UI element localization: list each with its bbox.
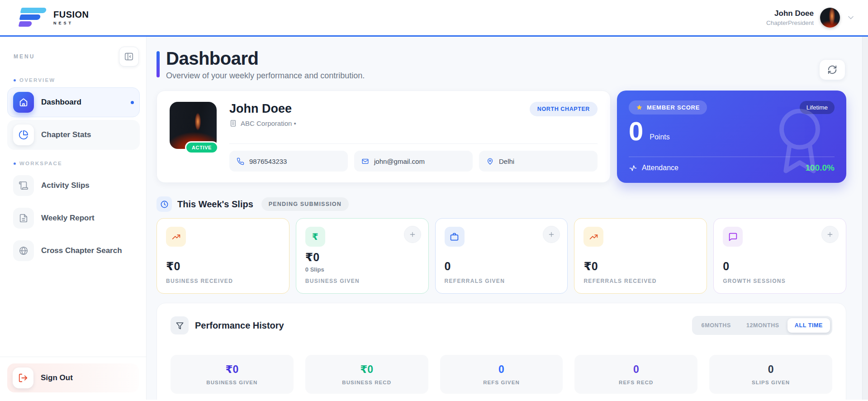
sidebar-item-label: Chapter Stats (41, 130, 91, 139)
title-accent-bar (157, 51, 160, 77)
slip-value: 0 (723, 260, 837, 273)
tab-12months[interactable]: 12MONTHS (739, 318, 787, 333)
divider (229, 143, 598, 144)
sidebar-collapse-button[interactable] (119, 47, 139, 67)
sidebar-item-activity-slips[interactable]: Activity Slips (7, 171, 140, 200)
brand-name: FUSION (53, 10, 89, 19)
stat-value: 0 (633, 363, 639, 376)
slip-value: 0 (445, 260, 559, 273)
scrollbar[interactable] (862, 37, 868, 400)
stat-slips-given: 0 SLIPS GIVEN (709, 355, 832, 394)
plus-icon (548, 231, 555, 238)
main-content: Dashboard Overview of your weekly perfor… (147, 37, 868, 400)
add-growth-session-button[interactable] (821, 226, 839, 243)
status-badge: ACTIVE (185, 141, 218, 154)
sidebar-footer: Sign Out (0, 357, 146, 400)
brand-logo: FUSION NEST (18, 7, 89, 29)
slip-value: ₹0 (166, 260, 280, 273)
sidebar: MENU OVERVIEW Dashboard (0, 37, 147, 400)
stat-value: ₹0 (226, 363, 239, 376)
slip-value: ₹0 (583, 260, 697, 273)
plus-icon (409, 231, 416, 238)
refresh-icon (827, 65, 837, 75)
stat-value: ₹0 (360, 363, 373, 376)
slip-label: GROWTH SESSIONS (723, 278, 837, 284)
slip-card-referrals-received: ₹0 REFERRALS RECEIVED (574, 218, 707, 294)
tab-all-time[interactable]: ALL TIME (787, 318, 830, 333)
activity-pulse-icon (629, 164, 637, 172)
page-title: Dashboard (166, 48, 365, 69)
trending-up-icon (166, 227, 186, 247)
fusion-logo-icon (18, 7, 47, 29)
member-score-card: MEMBER SCORE Lifetime 0 Points Attendanc… (617, 91, 846, 183)
section-overview: OVERVIEW (14, 77, 140, 83)
stat-label: SLIPS GIVEN (752, 380, 790, 385)
add-referral-given-button[interactable] (543, 226, 560, 243)
pending-submission-badge: PENDING SUBMISSION (261, 197, 349, 211)
email-chip: john@gmail.com (354, 151, 473, 172)
refresh-button[interactable] (819, 59, 845, 80)
slip-card-business-given: ₹ ₹0 0 Slips BUSINESS GIVEN (296, 218, 429, 294)
section-workspace: WORKSPACE (14, 161, 140, 166)
avatar[interactable] (820, 8, 840, 28)
map-pin-icon (486, 158, 494, 165)
sidebar-item-label: Weekly Report (41, 214, 95, 223)
slip-subtext: 0 Slips (305, 266, 419, 273)
sign-out-label: Sign Out (41, 373, 73, 382)
slip-card-growth-sessions: 0 GROWTH SESSIONS (713, 218, 846, 294)
sidebar-item-dashboard[interactable]: Dashboard (7, 87, 140, 117)
clock-icon (157, 196, 172, 212)
stat-refs-given: 0 REFS GIVEN (440, 355, 563, 394)
phone-chip: 9876543233 (229, 151, 348, 172)
sign-out-button[interactable]: Sign Out (7, 363, 139, 392)
brand-subname: NEST (53, 21, 89, 25)
slip-label: BUSINESS GIVEN (305, 278, 419, 284)
profile-name: John Doee (229, 102, 296, 116)
stat-label: REFS GIVEN (483, 380, 520, 385)
phone-icon (237, 158, 244, 165)
sidebar-item-cross-chapter-search[interactable]: Cross Chapter Search (7, 236, 140, 266)
filter-funnel-icon (171, 316, 189, 334)
slip-label: REFERRALS RECEIVED (583, 278, 697, 284)
user-role: ChapterPresident (766, 19, 814, 26)
file-text-icon (13, 208, 34, 229)
time-range-tabs: 6MONTHS 12MONTHS ALL TIME (692, 316, 832, 335)
user-menu[interactable]: John Doee ChapterPresident (766, 8, 855, 28)
stat-business-given: ₹0 BUSINESS GIVEN (171, 355, 294, 394)
sidebar-item-chapter-stats[interactable]: Chapter Stats (7, 120, 140, 150)
briefcase-icon (445, 227, 465, 247)
chevron-down-icon[interactable] (846, 13, 855, 22)
tab-6months[interactable]: 6MONTHS (694, 318, 738, 333)
section-dot-icon (14, 162, 16, 165)
stat-label: REFS RECD (619, 380, 653, 385)
city-chip: Delhi (479, 151, 598, 172)
stat-refs-recd: 0 REFS RECD (574, 355, 697, 394)
points-value: 0 (629, 118, 643, 144)
app-window: FUSION NEST John Doee ChapterPresident M… (0, 0, 868, 401)
weekly-slips-title: This Week's Slips (177, 199, 253, 210)
sidebar-item-label: Activity Slips (41, 181, 90, 190)
performance-title: Performance History (195, 320, 284, 331)
stat-business-recd: ₹0 BUSINESS RECD (305, 355, 428, 394)
globe-icon (13, 240, 34, 261)
chapter-badge: NORTH CHAPTER (530, 102, 598, 116)
member-score-badge: MEMBER SCORE (629, 100, 707, 115)
mail-icon (361, 158, 369, 165)
performance-history-card: Performance History 6MONTHS 12MONTHS ALL… (157, 303, 846, 400)
message-square-icon (723, 227, 743, 247)
points-label: Points (650, 133, 669, 141)
slip-card-referrals-given: 0 REFERRALS GIVEN (435, 218, 568, 294)
profile-company: ABC Corporation • (241, 119, 296, 127)
building-icon (229, 119, 237, 127)
profile-photo: ACTIVE (170, 102, 217, 149)
stat-value: 0 (768, 363, 774, 376)
home-icon (13, 92, 34, 113)
log-out-icon (13, 368, 33, 388)
top-bar: FUSION NEST John Doee ChapterPresident (0, 0, 868, 37)
add-business-given-button[interactable] (404, 226, 421, 243)
sidebar-item-weekly-report[interactable]: Weekly Report (7, 203, 140, 233)
profile-email: john@gmail.com (374, 158, 425, 165)
page-subtitle: Overview of your weekly performance and … (166, 71, 365, 81)
slip-label: REFERRALS GIVEN (445, 278, 559, 284)
slip-label: BUSINESS RECEIVED (166, 278, 280, 284)
